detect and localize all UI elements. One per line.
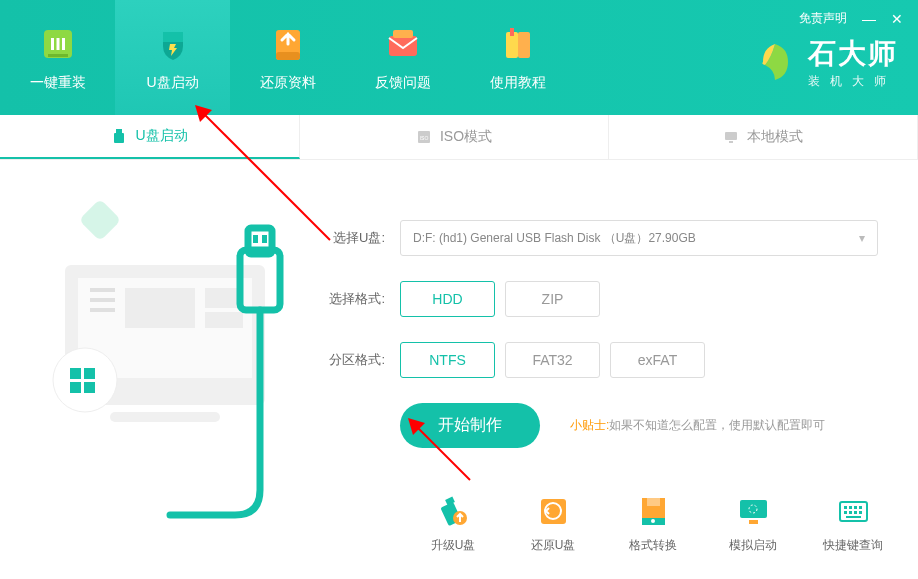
nav-tutorial[interactable]: 使用教程 bbox=[460, 0, 575, 115]
restore-usb-icon bbox=[536, 494, 571, 529]
svg-rect-19 bbox=[79, 199, 121, 241]
svg-rect-55 bbox=[844, 511, 847, 514]
usb-label: 选择U盘: bbox=[320, 229, 385, 247]
tool-label: 快捷键查询 bbox=[823, 537, 883, 554]
tool-restore-usb[interactable]: 还原U盘 bbox=[518, 494, 588, 554]
svg-rect-32 bbox=[70, 382, 81, 393]
tip-text: 如果不知道怎么配置，使用默认配置即可 bbox=[609, 418, 825, 432]
feedback-icon bbox=[383, 24, 423, 64]
start-row: 开始制作 小贴士:如果不知道怎么配置，使用默认配置即可 bbox=[400, 403, 878, 448]
svg-rect-13 bbox=[116, 129, 122, 133]
tool-label: 格式转换 bbox=[629, 537, 677, 554]
svg-rect-24 bbox=[90, 308, 115, 312]
svg-rect-11 bbox=[518, 32, 530, 58]
disclaimer-link[interactable]: 免责声明 bbox=[799, 10, 847, 27]
svg-rect-5 bbox=[163, 32, 183, 42]
tool-upgrade-usb[interactable]: 升级U盘 bbox=[418, 494, 488, 554]
tab-label: ISO模式 bbox=[440, 128, 492, 146]
svg-rect-22 bbox=[90, 288, 115, 292]
svg-rect-53 bbox=[854, 506, 857, 509]
svg-rect-18 bbox=[729, 141, 733, 143]
format-row: 选择格式: HDD ZIP bbox=[320, 281, 878, 317]
upgrade-usb-icon bbox=[436, 494, 471, 529]
illustration bbox=[40, 180, 290, 530]
brand-subtitle: 装机大师 bbox=[808, 73, 898, 90]
tool-label: 模拟启动 bbox=[729, 537, 777, 554]
tool-format-convert[interactable]: 格式转换 bbox=[618, 494, 688, 554]
header-top: 免责声明 — ✕ bbox=[799, 10, 903, 27]
tab-iso-mode[interactable]: ISO ISO模式 bbox=[300, 115, 609, 159]
format-convert-icon bbox=[636, 494, 671, 529]
svg-rect-31 bbox=[84, 368, 95, 379]
nav-label: 一键重装 bbox=[30, 74, 86, 92]
format-opt-hdd[interactable]: HDD bbox=[400, 281, 495, 317]
svg-rect-25 bbox=[125, 288, 195, 328]
brand-title: 石大师 bbox=[808, 35, 898, 73]
iso-icon: ISO bbox=[416, 129, 432, 145]
svg-rect-3 bbox=[62, 38, 65, 50]
nav-usb-boot[interactable]: U盘启动 bbox=[115, 0, 230, 115]
simulate-boot-icon bbox=[736, 494, 771, 529]
nav-feedback[interactable]: 反馈问题 bbox=[345, 0, 460, 115]
svg-rect-27 bbox=[205, 312, 243, 328]
tab-label: U盘启动 bbox=[135, 127, 187, 145]
usb-selected-value: D:F: (hd1) General USB Flash Disk （U盘）27… bbox=[413, 230, 696, 247]
format-label: 选择格式: bbox=[320, 290, 385, 308]
svg-rect-4 bbox=[48, 54, 68, 57]
header: 免责声明 — ✕ 一键重装 U盘启动 还原资料 反馈问题 使用教程 bbox=[0, 0, 918, 115]
svg-rect-49 bbox=[749, 520, 758, 524]
nav-restore[interactable]: 还原资料 bbox=[230, 0, 345, 115]
svg-rect-51 bbox=[844, 506, 847, 509]
svg-rect-14 bbox=[114, 133, 124, 143]
start-button[interactable]: 开始制作 bbox=[400, 403, 540, 448]
usb-icon bbox=[111, 128, 127, 144]
svg-rect-17 bbox=[725, 132, 737, 140]
svg-rect-23 bbox=[90, 298, 115, 302]
usb-boot-icon bbox=[153, 24, 193, 64]
partition-opt-exfat[interactable]: exFAT bbox=[610, 342, 705, 378]
tip-label: 小贴士: bbox=[570, 418, 609, 432]
restore-icon bbox=[268, 24, 308, 64]
nav-label: 反馈问题 bbox=[375, 74, 431, 92]
usb-select[interactable]: D:F: (hd1) General USB Flash Disk （U盘）27… bbox=[400, 220, 878, 256]
nav-reinstall[interactable]: 一键重装 bbox=[0, 0, 115, 115]
tab-local-mode[interactable]: 本地模式 bbox=[609, 115, 918, 159]
svg-rect-28 bbox=[110, 412, 220, 422]
tab-label: 本地模式 bbox=[747, 128, 803, 146]
nav-label: U盘启动 bbox=[146, 74, 198, 92]
svg-rect-7 bbox=[276, 52, 300, 60]
svg-point-29 bbox=[53, 348, 117, 412]
close-button[interactable]: ✕ bbox=[891, 11, 903, 27]
tool-label: 还原U盘 bbox=[531, 537, 576, 554]
partition-row: 分区格式: NTFS FAT32 exFAT bbox=[320, 342, 878, 378]
svg-rect-47 bbox=[740, 500, 767, 518]
nav-label: 还原资料 bbox=[260, 74, 316, 92]
chevron-down-icon: ▾ bbox=[859, 231, 865, 245]
tool-simulate-boot[interactable]: 模拟启动 bbox=[718, 494, 788, 554]
bottom-tools: 升级U盘 还原U盘 格式转换 模拟启动 快捷键查询 bbox=[418, 494, 888, 554]
svg-rect-9 bbox=[393, 30, 413, 38]
reinstall-icon bbox=[38, 24, 78, 64]
form-content: 选择U盘: D:F: (hd1) General USB Flash Disk … bbox=[320, 220, 878, 448]
svg-rect-57 bbox=[854, 511, 857, 514]
svg-rect-1 bbox=[51, 38, 54, 50]
svg-rect-33 bbox=[84, 382, 95, 393]
partition-opt-ntfs[interactable]: NTFS bbox=[400, 342, 495, 378]
tip: 小贴士:如果不知道怎么配置，使用默认配置即可 bbox=[570, 417, 825, 434]
svg-rect-30 bbox=[70, 368, 81, 379]
tool-hotkey-query[interactable]: 快捷键查询 bbox=[818, 494, 888, 554]
svg-rect-54 bbox=[859, 506, 862, 509]
brand-logo-icon bbox=[753, 40, 798, 85]
svg-rect-8 bbox=[389, 36, 417, 56]
tab-usb-boot[interactable]: U盘启动 bbox=[0, 115, 300, 159]
brand: 石大师 装机大师 bbox=[753, 35, 898, 90]
svg-text:ISO: ISO bbox=[420, 135, 429, 141]
format-opt-zip[interactable]: ZIP bbox=[505, 281, 600, 317]
hotkey-query-icon bbox=[836, 494, 871, 529]
svg-rect-12 bbox=[510, 28, 514, 36]
svg-rect-36 bbox=[253, 235, 258, 243]
mode-tabs: U盘启动 ISO ISO模式 本地模式 bbox=[0, 115, 918, 160]
partition-opt-fat32[interactable]: FAT32 bbox=[505, 342, 600, 378]
minimize-button[interactable]: — bbox=[862, 11, 876, 27]
nav-label: 使用教程 bbox=[490, 74, 546, 92]
